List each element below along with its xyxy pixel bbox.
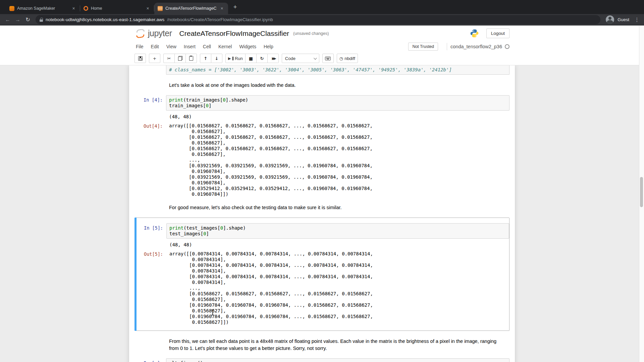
chevron-down-icon bbox=[314, 56, 317, 60]
move-cell-up-button[interactable]: ↑ bbox=[200, 54, 211, 63]
code-cell-4[interactable]: In [4]: print(train_images[0].shape)trai… bbox=[135, 93, 509, 200]
code-editor[interactable]: plt.figure()plt.imshow(train_images[0])p… bbox=[166, 358, 509, 362]
menu-edit[interactable]: Edit bbox=[147, 44, 163, 49]
notebook-container: # class_names = ['3002', '3003', '3622',… bbox=[129, 65, 515, 362]
python-logo-icon bbox=[470, 29, 479, 38]
markdown-cell[interactable]: From this, we can tell each data point i… bbox=[135, 334, 509, 356]
tab-amazon-sagemaker[interactable]: Amazon SageMaker × bbox=[6, 3, 80, 14]
input-prompt: In [4]: bbox=[135, 95, 166, 111]
restart-run-all-button[interactable]: ▶▶ bbox=[267, 54, 279, 63]
run-cell-button[interactable]: ▶ Run bbox=[225, 54, 246, 63]
cut-icon: ✂ bbox=[167, 56, 171, 61]
save-icon bbox=[138, 56, 143, 61]
back-icon[interactable]: ← bbox=[3, 15, 12, 24]
stop-icon: ■ bbox=[249, 56, 253, 61]
tab-home[interactable]: Home × bbox=[80, 3, 154, 14]
markdown-cell[interactable]: For good measure, let's also check out t… bbox=[135, 200, 509, 215]
markdown-text: Let's take a look at one of the images l… bbox=[166, 80, 509, 89]
save-button[interactable] bbox=[135, 54, 146, 63]
tab-notebook-active[interactable]: CreateATensorFlowImageClass × bbox=[154, 3, 228, 14]
jupyter-favicon-icon bbox=[84, 6, 88, 11]
jupyter-wordmark[interactable]: jupyter bbox=[148, 28, 172, 38]
paste-icon bbox=[189, 56, 193, 61]
notebook-toolbar: + ✂ ↑ ↓ ▶ Run ■ ↻ ▶▶ Code ◷ nbdiff bbox=[135, 52, 509, 65]
browser-tab-strip: Amazon SageMaker × Home × CreateATensorF… bbox=[0, 0, 644, 14]
browser-menu-icon[interactable]: ⋮ bbox=[633, 17, 641, 23]
url-path: /notebooks/CreateATensorFlowImageClassif… bbox=[167, 17, 273, 22]
keyboard-icon bbox=[325, 57, 331, 60]
output-prompt-empty bbox=[135, 242, 166, 248]
menu-kernel[interactable]: Kernel bbox=[215, 44, 235, 49]
command-palette-button[interactable] bbox=[322, 54, 334, 63]
output-prompt-empty bbox=[135, 114, 166, 120]
move-cell-down-button[interactable]: ↓ bbox=[211, 54, 222, 63]
input-prompt: In [ ]: bbox=[135, 358, 166, 362]
code-cell-partial[interactable]: # class_names = ['3002', '3003', '3622',… bbox=[135, 65, 509, 77]
kernel-divider bbox=[447, 43, 447, 50]
trust-status-button[interactable]: Not Trusted bbox=[408, 43, 438, 51]
run-label: Run bbox=[235, 56, 243, 61]
copy-cell-button[interactable] bbox=[174, 54, 186, 63]
menu-cell[interactable]: Cell bbox=[199, 44, 215, 49]
notebook-favicon-icon bbox=[158, 6, 163, 11]
cell-type-select[interactable]: Code bbox=[282, 54, 319, 63]
kernel-idle-icon bbox=[505, 44, 509, 49]
menu-widgets[interactable]: Widgets bbox=[235, 44, 260, 49]
output-prompt: Out[5]: bbox=[135, 251, 166, 325]
arrow-up-icon: ↑ bbox=[204, 56, 208, 61]
tab-close-icon[interactable]: × bbox=[219, 6, 225, 11]
menu-file[interactable]: File bbox=[135, 44, 147, 49]
result-output: array([[0.01568627, 0.01568627, 0.015686… bbox=[166, 123, 373, 197]
stop-kernel-button[interactable]: ■ bbox=[245, 54, 257, 63]
notebook-page: # class_names = ['3002', '3003', '3622',… bbox=[0, 65, 644, 362]
nbdiff-button[interactable]: ◷ nbdiff bbox=[337, 54, 358, 63]
code-editor[interactable]: # class_names = ['3002', '3003', '3622',… bbox=[166, 65, 509, 75]
tab-title: Home bbox=[91, 6, 142, 11]
result-output: array([[0.00784314, 0.00784314, 0.007843… bbox=[166, 251, 373, 325]
run-icon: ▶ bbox=[228, 56, 231, 61]
browser-toolbar: ← → ↻ notebook-udtwigjh8cys.notebook.us-… bbox=[0, 14, 644, 25]
sagemaker-favicon-icon bbox=[9, 6, 14, 11]
cell-prompt-empty bbox=[135, 65, 166, 75]
url-field[interactable]: notebook-udtwigjh8cys.notebook.us-east-1… bbox=[36, 15, 600, 24]
arrow-down-icon: ↓ bbox=[215, 56, 219, 61]
menu-view[interactable]: View bbox=[163, 44, 180, 49]
menu-insert[interactable]: Insert bbox=[180, 44, 199, 49]
logout-button[interactable]: Logout bbox=[486, 28, 509, 38]
tab-title: CreateATensorFlowImageClass bbox=[165, 6, 216, 11]
cell-prompt-empty bbox=[135, 337, 166, 353]
profile-name: Guest bbox=[618, 17, 629, 22]
text-cursor-icon bbox=[212, 310, 213, 315]
nbdiff-label: nbdiff bbox=[344, 56, 355, 61]
menu-help[interactable]: Help bbox=[260, 44, 277, 49]
paste-cell-button[interactable] bbox=[185, 54, 197, 63]
stream-output: (48, 48) bbox=[166, 114, 192, 120]
restart-icon: ↻ bbox=[260, 56, 264, 61]
reload-icon[interactable]: ↻ bbox=[23, 15, 32, 24]
new-tab-button[interactable]: + bbox=[231, 3, 239, 11]
avatar[interactable] bbox=[606, 15, 614, 24]
tab-close-icon[interactable]: × bbox=[145, 6, 151, 11]
restart-kernel-button[interactable]: ↻ bbox=[256, 54, 268, 63]
page-scrollbar-thumb[interactable] bbox=[640, 177, 643, 207]
url-host: notebook-udtwigjh8cys.notebook.us-east-1… bbox=[46, 17, 164, 22]
jupyter-logo-icon[interactable] bbox=[135, 28, 147, 39]
save-status: (unsaved changes) bbox=[293, 31, 329, 36]
code-cell-empty[interactable]: In [ ]: plt.figure()plt.imshow(train_ima… bbox=[135, 356, 509, 362]
cell-prompt-empty bbox=[135, 203, 166, 212]
jupyter-header: jupyter CreateATensorFlowImageClassifier… bbox=[0, 25, 644, 65]
tab-close-icon[interactable]: × bbox=[71, 6, 76, 11]
cut-cell-button[interactable]: ✂ bbox=[163, 54, 175, 63]
markdown-cell[interactable]: Let's take a look at one of the images l… bbox=[135, 77, 509, 93]
markdown-text: For good measure, let's also check out t… bbox=[166, 203, 509, 212]
kernel-name[interactable]: conda_tensorflow2_p36 bbox=[450, 44, 502, 49]
code-editor[interactable]: print(test_images[0].shape)test_images[0… bbox=[166, 223, 509, 239]
add-cell-button[interactable]: + bbox=[149, 54, 160, 63]
code-editor[interactable]: print(train_images[0].shape)train_images… bbox=[166, 95, 509, 111]
copy-icon bbox=[178, 56, 182, 61]
run-icon-bar bbox=[232, 57, 233, 60]
code-cell-5-selected[interactable]: In [5]: print(test_images[0].shape)test_… bbox=[135, 218, 509, 331]
lock-icon[interactable] bbox=[40, 18, 43, 22]
notebook-title[interactable]: CreateATensorFlowImageClassifier bbox=[179, 29, 289, 38]
forward-icon[interactable]: → bbox=[13, 15, 22, 24]
